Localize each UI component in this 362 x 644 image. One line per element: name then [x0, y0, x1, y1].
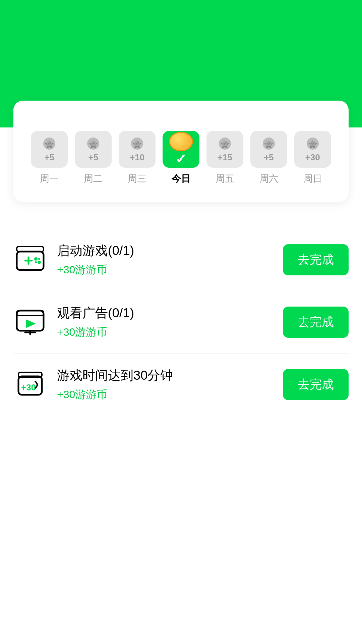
task-name: 启动游戏(0/1)	[57, 242, 273, 259]
day-plus: +5	[45, 152, 55, 163]
task-icon-launch-game	[13, 243, 47, 277]
day-coin: +15	[206, 131, 243, 168]
signin-day-周三: +10 周三	[118, 131, 157, 185]
day-plus: +5	[88, 152, 98, 163]
day-label: 周二	[84, 172, 103, 185]
svg-rect-20	[17, 311, 44, 331]
task-item-watch-ad: 观看广告(0/1) +30游游币 去完成	[13, 291, 349, 354]
day-coin: +5	[31, 131, 68, 168]
signin-days: +5 周一 +5 周二	[30, 131, 332, 185]
task-icon-play-30min: +30	[13, 368, 47, 401]
day-coin: +30	[294, 131, 331, 168]
task-info-launch-game: 启动游戏(0/1) +30游游币	[57, 242, 273, 277]
task-icon-watch-ad	[13, 306, 47, 339]
day-label: 周一	[40, 172, 59, 185]
svg-text:+30: +30	[21, 382, 36, 392]
task-info-play-30min: 游戏时间达到30分钟 +30游游币	[57, 367, 273, 402]
content-area: +5 周一 +5 周二	[0, 121, 362, 436]
task-complete-button-watch-ad[interactable]: 去完成	[283, 307, 349, 338]
day-plus: +5	[264, 152, 274, 163]
signin-card: +5 周一 +5 周二	[13, 101, 349, 202]
signin-day-周六[interactable]: +5 周六	[249, 131, 288, 185]
day-label: 周日	[303, 172, 322, 185]
day-coin-today: ✓	[163, 131, 199, 168]
svg-point-17	[38, 261, 41, 264]
signin-day-周二: +5 周二	[74, 131, 113, 185]
signin-day-今日: ✓ 今日	[162, 131, 200, 185]
day-coin: +10	[119, 131, 156, 168]
task-complete-button-play-30min[interactable]: 去完成	[283, 369, 349, 400]
day-label: 今日	[172, 172, 190, 185]
task-complete-button-launch-game[interactable]: 去完成	[283, 244, 349, 275]
day-coin: +5	[75, 131, 112, 168]
signin-day-周五[interactable]: +15 周五	[205, 131, 244, 185]
task-list: 启动游戏(0/1) +30游游币 去完成 观看广告(0/1) +30游游币 去完…	[13, 229, 349, 416]
task-info-watch-ad: 观看广告(0/1) +30游游币	[57, 305, 273, 340]
svg-point-16	[34, 257, 38, 261]
day-label: 周五	[216, 172, 234, 185]
svg-point-18	[35, 261, 37, 263]
signin-day-周一: +5 周一	[30, 131, 69, 185]
day-plus: +10	[130, 152, 144, 163]
task-item-play-30min: +30 游戏时间达到30分钟 +30游游币 去完成	[13, 354, 349, 416]
task-reward: +30游游币	[57, 263, 273, 277]
task-name: 观看广告(0/1)	[57, 305, 273, 322]
day-coin: +5	[250, 131, 287, 168]
day-plus: +15	[218, 152, 232, 163]
coins-section	[17, 54, 18, 57]
task-reward: +30游游币	[57, 325, 273, 340]
task-name: 游戏时间达到30分钟	[57, 367, 273, 384]
signin-day-周日[interactable]: +30 周日	[293, 131, 332, 185]
day-plus: +30	[305, 152, 320, 163]
svg-marker-22	[26, 319, 36, 328]
task-reward: +30游游币	[57, 387, 273, 402]
day-label: 周六	[259, 172, 278, 185]
day-label: 周三	[128, 172, 146, 185]
task-item-launch-game: 启动游戏(0/1) +30游游币 去完成	[13, 229, 349, 291]
svg-point-19	[38, 258, 40, 260]
